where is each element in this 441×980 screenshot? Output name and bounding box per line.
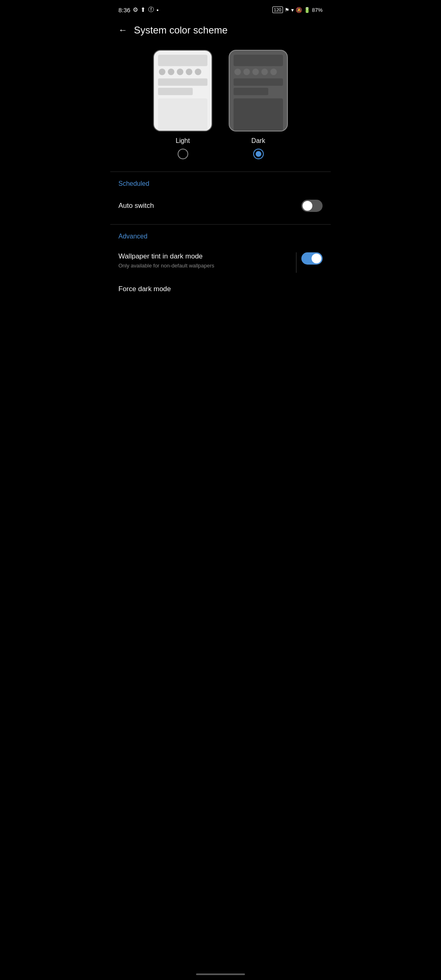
- battery-percent: 87%: [312, 7, 323, 13]
- location-icon: ⚑: [285, 7, 290, 13]
- wallpaper-tint-toggle[interactable]: [301, 252, 323, 265]
- theme-selector: Light Dark: [110, 46, 331, 172]
- wallpaper-tint-text: Wallpaper tint in dark mode Only availab…: [118, 252, 291, 270]
- advanced-section: Advanced Wallpaper tint in dark mode Onl…: [110, 225, 331, 305]
- preview-dot-2: [168, 69, 174, 75]
- status-right: 120 ⚑ ▾ 🔕 🔋 87%: [272, 7, 323, 13]
- preview-dot-dark-4: [261, 69, 268, 75]
- preview-dot-4: [186, 69, 192, 75]
- dark-radio-inner: [256, 151, 261, 157]
- auto-switch-row: Auto switch: [118, 196, 323, 220]
- dot-icon: •: [156, 7, 158, 13]
- preview-dot-dark-2: [243, 69, 250, 75]
- wallpaper-tint-row: Wallpaper tint in dark mode Only availab…: [118, 248, 323, 281]
- light-radio-button[interactable]: [178, 149, 188, 159]
- wallpaper-vertical-divider: [296, 252, 296, 273]
- preview-bar-dark-1: [234, 78, 283, 86]
- advanced-header: Advanced: [118, 233, 323, 240]
- preview-top-bar-dark: [234, 55, 283, 66]
- preview-dot-3: [177, 69, 183, 75]
- dark-radio-button[interactable]: [253, 149, 264, 159]
- auto-switch-label: Auto switch: [118, 202, 154, 210]
- preview-dot-5: [195, 69, 201, 75]
- preview-bar-light-1: [158, 78, 207, 86]
- preview-dot-dark-1: [234, 69, 241, 75]
- status-bar: 8:36 ⚙ ⬆ ⓕ • 120 ⚑ ▾ 🔕 🔋 87%: [110, 0, 331, 18]
- wallpaper-tint-title: Wallpaper tint in dark mode: [118, 252, 291, 261]
- preview-content-light: [158, 98, 207, 131]
- preview-dot-dark-3: [252, 69, 259, 75]
- auto-switch-toggle[interactable]: [301, 200, 323, 212]
- light-theme-label: Light: [176, 137, 190, 145]
- force-dark-title: Force dark mode: [118, 285, 323, 293]
- preview-top-bar-light: [158, 55, 207, 66]
- preview-dots-dark: [229, 69, 287, 75]
- preview-bar-dark-2: [234, 88, 268, 95]
- status-time: 8:36: [118, 7, 130, 13]
- light-theme-preview: [153, 50, 212, 131]
- dark-theme-option[interactable]: Dark: [229, 50, 288, 159]
- force-dark-row[interactable]: Force dark mode: [118, 281, 323, 301]
- auto-switch-knob: [303, 201, 312, 211]
- upload-icon: ⬆: [140, 6, 146, 13]
- preview-dot-dark-5: [270, 69, 277, 75]
- hz-icon: 120: [272, 7, 283, 13]
- facebook-icon: ⓕ: [148, 6, 154, 13]
- page-title: System color scheme: [134, 24, 227, 36]
- status-left: 8:36 ⚙ ⬆ ⓕ •: [118, 6, 158, 13]
- preview-content-dark: [234, 98, 283, 131]
- wallpaper-tint-knob: [312, 254, 321, 263]
- scheduled-header: Scheduled: [118, 180, 323, 187]
- preview-dots-light: [154, 69, 212, 75]
- battery-icon: 🔋: [304, 7, 310, 13]
- dark-theme-preview: [229, 50, 288, 131]
- back-button[interactable]: ←: [118, 25, 127, 36]
- silent-icon: 🔕: [296, 7, 302, 13]
- gear-icon: ⚙: [133, 6, 138, 13]
- preview-bar-light-2: [158, 88, 193, 95]
- header: ← System color scheme: [110, 18, 331, 46]
- scheduled-section: Scheduled Auto switch: [110, 172, 331, 224]
- light-theme-option[interactable]: Light: [153, 50, 212, 159]
- wifi-icon: ▾: [291, 7, 294, 13]
- wallpaper-tint-subtitle: Only available for non-default wallpaper…: [118, 262, 291, 270]
- dark-theme-label: Dark: [252, 137, 265, 145]
- preview-dot-1: [159, 69, 165, 75]
